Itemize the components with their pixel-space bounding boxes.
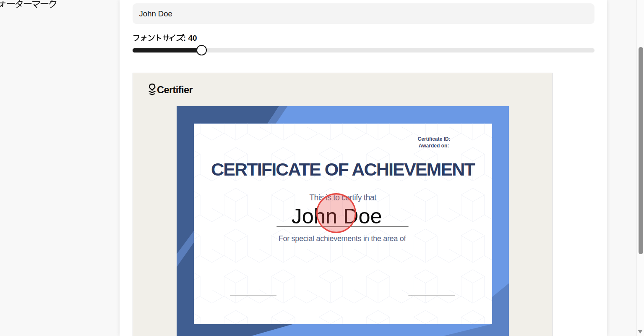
svg-text:Certificate ID:: Certificate ID: <box>417 136 450 142</box>
svg-text:Awarded on:: Awarded on: <box>419 143 449 149</box>
svg-text:For special achievements in th: For special achievements in the area of <box>279 234 407 243</box>
svg-text:CERTIFICATE OF ACHIEVEMENT: CERTIFICATE OF ACHIEVEMENT <box>211 159 475 179</box>
